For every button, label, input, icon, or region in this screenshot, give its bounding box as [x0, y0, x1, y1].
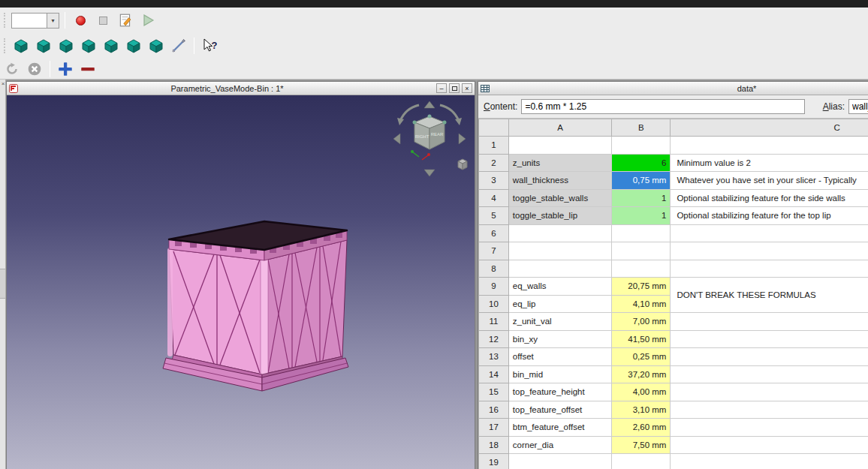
- row-header-2[interactable]: 2: [479, 154, 509, 172]
- cell-B4[interactable]: 1: [612, 189, 671, 207]
- nav-face-right-label[interactable]: RIGHT: [415, 134, 429, 139]
- cell-B17[interactable]: 2,60 mm: [612, 419, 671, 437]
- cell-A19[interactable]: [508, 454, 611, 469]
- cell-B7[interactable]: [612, 242, 671, 260]
- cell-A1[interactable]: [508, 137, 611, 155]
- nav-mini-cube[interactable]: [458, 159, 467, 170]
- cell-C4[interactable]: Optional stabilizing feature for the sid…: [671, 189, 868, 207]
- col-header-B[interactable]: B: [612, 119, 671, 137]
- nav-down-arrow[interactable]: [424, 170, 435, 176]
- cell-C13[interactable]: [671, 348, 868, 366]
- cell-A4[interactable]: toggle_stable_walls: [508, 189, 611, 207]
- cell-C18[interactable]: [671, 436, 868, 454]
- 3d-viewport[interactable]: RIGHT REAR: [7, 95, 475, 469]
- row-header-7[interactable]: 7: [479, 242, 509, 260]
- insert-button[interactable]: [56, 59, 75, 79]
- cell-B3[interactable]: 0,75 mm: [612, 172, 671, 190]
- nav-face-rear-label[interactable]: REAR: [431, 132, 444, 137]
- cell-C1[interactable]: [671, 137, 868, 155]
- macro-edit-button[interactable]: [116, 11, 135, 30]
- minimize-button[interactable]: –: [436, 83, 447, 93]
- cell-B6[interactable]: [612, 224, 671, 242]
- nav-left-arrow[interactable]: [393, 134, 400, 144]
- macro-stop-button[interactable]: [93, 11, 113, 30]
- cell-B1[interactable]: [612, 137, 671, 155]
- row-header-10[interactable]: 10: [479, 295, 509, 313]
- row-header-3[interactable]: 3: [479, 172, 509, 190]
- col-header-A[interactable]: A: [508, 119, 611, 137]
- nav-rotate-right-arrow[interactable]: [440, 105, 459, 121]
- content-input[interactable]: [521, 99, 805, 114]
- row-header-17[interactable]: 17: [479, 419, 509, 437]
- cell-A10[interactable]: eq_lip: [508, 295, 611, 313]
- restore-button[interactable]: [449, 83, 460, 93]
- cell-B18[interactable]: 7,50 mm: [612, 436, 671, 454]
- row-header-15[interactable]: 15: [479, 383, 509, 401]
- cell-B19[interactable]: [612, 454, 671, 469]
- cell-A6[interactable]: [508, 224, 611, 242]
- macro-select-dropdown[interactable]: ▾: [11, 13, 59, 29]
- row-header-14[interactable]: 14: [479, 365, 509, 383]
- view-left-button[interactable]: [146, 36, 166, 56]
- measure-button[interactable]: [169, 36, 188, 56]
- cell-A17[interactable]: btm_feature_offset: [508, 419, 611, 437]
- model-bin[interactable]: [157, 214, 355, 401]
- cell-C16[interactable]: [671, 401, 868, 419]
- row-header-4[interactable]: 4: [479, 189, 509, 207]
- row-header-13[interactable]: 13: [479, 348, 509, 366]
- view-front-button[interactable]: [34, 36, 53, 56]
- abort-button[interactable]: [25, 59, 44, 79]
- row-header-18[interactable]: 18: [479, 436, 509, 454]
- cell-A14[interactable]: bin_mid: [508, 365, 611, 383]
- cell-B11[interactable]: 7,00 mm: [612, 313, 671, 331]
- toolbar-handle[interactable]: [4, 13, 7, 28]
- row-header-11[interactable]: 11: [479, 313, 509, 331]
- nav-rotate-left-arrow[interactable]: [400, 105, 419, 121]
- cell-B13[interactable]: 0,25 mm: [612, 348, 671, 366]
- cell-C5[interactable]: Optional stabilizing feature for the top…: [671, 207, 868, 225]
- cell-A16[interactable]: top_feature_offset: [508, 401, 611, 419]
- row-header-12[interactable]: 12: [479, 330, 509, 348]
- view-rear-button[interactable]: [101, 36, 121, 56]
- cell-A13[interactable]: offset: [508, 348, 611, 366]
- cell-C7[interactable]: [671, 242, 868, 260]
- cell-C15[interactable]: [671, 383, 868, 401]
- spreadsheet-grid[interactable]: ABC 12z_units6Minimum value is 23wall_th…: [478, 119, 868, 469]
- dock-grabber[interactable]: [0, 269, 6, 299]
- view-right-button[interactable]: [79, 36, 98, 56]
- row-header-6[interactable]: 6: [479, 224, 509, 242]
- view-bottom-button[interactable]: [124, 36, 143, 56]
- cell-C2[interactable]: Minimum value is 2: [671, 154, 868, 172]
- row-header-5[interactable]: 5: [479, 207, 509, 225]
- corner-cell[interactable]: [479, 119, 509, 137]
- toolbar-handle[interactable]: [4, 38, 7, 53]
- row-header-1[interactable]: 1: [479, 137, 509, 155]
- cell-B10[interactable]: 4,10 mm: [612, 295, 671, 313]
- cell-A12[interactable]: bin_xy: [508, 330, 611, 348]
- cell-A8[interactable]: [508, 260, 611, 278]
- alias-input[interactable]: [848, 99, 868, 114]
- col-header-C[interactable]: C: [671, 119, 868, 137]
- cell-C3[interactable]: Whatever you have set in your slicer - T…: [671, 172, 868, 190]
- document-window-titlebar[interactable]: Parametric_VaseMode-Bin : 1* – ×: [7, 82, 475, 95]
- spreadsheet-window-titlebar[interactable]: data*: [478, 82, 868, 95]
- cell-A11[interactable]: z_unit_val: [508, 313, 611, 331]
- cell-A5[interactable]: toggle_stable_lip: [508, 207, 611, 225]
- cell-A9[interactable]: eq_walls: [508, 278, 611, 296]
- close-button[interactable]: ×: [462, 83, 472, 93]
- view-isometric-button[interactable]: [11, 36, 31, 56]
- cell-C9[interactable]: DON'T BREAK THESE FORMULAS: [671, 278, 868, 313]
- cell-A7[interactable]: [508, 242, 611, 260]
- cell-A15[interactable]: top_feature_height: [508, 383, 611, 401]
- cell-C14[interactable]: [671, 365, 868, 383]
- cell-C6[interactable]: [671, 224, 868, 242]
- navigation-cube[interactable]: RIGHT REAR: [390, 98, 469, 179]
- cell-B16[interactable]: 3,10 mm: [612, 401, 671, 419]
- cell-B12[interactable]: 41,50 mm: [612, 330, 671, 348]
- cell-A3[interactable]: wall_thickness: [508, 172, 611, 190]
- cell-B14[interactable]: 37,20 mm: [612, 365, 671, 383]
- refresh-button[interactable]: [2, 59, 22, 79]
- cell-C8[interactable]: [671, 260, 868, 278]
- cell-C12[interactable]: [671, 330, 868, 348]
- nav-up-arrow[interactable]: [424, 101, 435, 108]
